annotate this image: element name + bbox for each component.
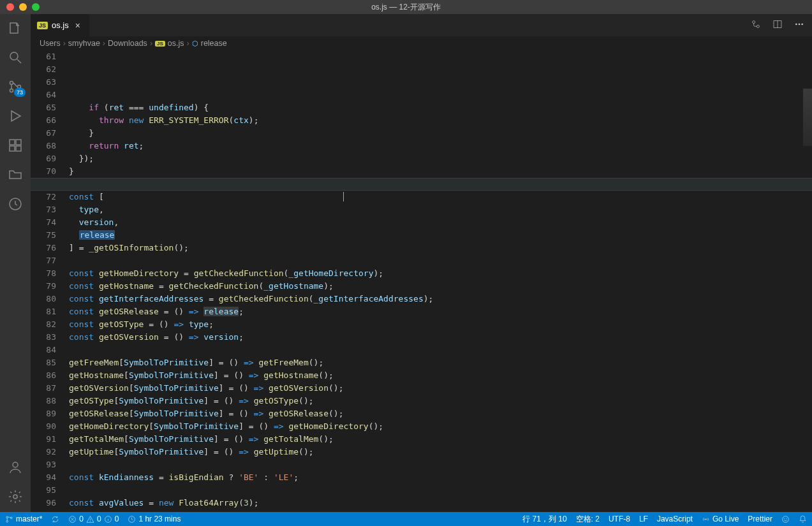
split-editor-icon[interactable]: [772, 19, 783, 31]
sync-changes-button[interactable]: [51, 515, 59, 523]
cursor-position[interactable]: 行 71，列 10: [522, 514, 566, 525]
svg-point-14: [757, 25, 759, 27]
code-line[interactable]: const getHostname = getCheckedFunction(_…: [69, 280, 812, 293]
code-line[interactable]: const getOSType = () => type;: [69, 318, 812, 331]
tab-os-js[interactable]: JS os.js ×: [31, 14, 90, 36]
chevron-right-icon: ›: [103, 39, 105, 48]
line-number: 70: [31, 165, 56, 178]
code-line[interactable]: const getOSVersion = () => version;: [69, 331, 812, 344]
code-line[interactable]: getHomeDirectory[SymbolToPrimitive] = ()…: [69, 420, 812, 433]
code-line[interactable]: throw new ERR_SYSTEM_ERROR(ctx);: [69, 114, 812, 127]
svg-point-18: [799, 24, 799, 24]
svg-rect-9: [16, 146, 21, 151]
code-line[interactable]: }: [69, 127, 812, 140]
line-number: 69: [31, 152, 56, 165]
problems-indicator[interactable]: 0 0 0: [68, 515, 119, 523]
breadcrumb-segment[interactable]: Downloads: [108, 39, 147, 48]
code-line[interactable]: const avgValues = new Float64Array(3);: [69, 497, 812, 509]
code-line[interactable]: [69, 254, 812, 267]
code-line[interactable]: const [: [69, 191, 812, 203]
code-line[interactable]: [69, 344, 812, 356]
code-line[interactable]: version,: [69, 216, 812, 229]
prettier-status[interactable]: Prettier: [748, 514, 772, 525]
run-debug-icon[interactable]: [6, 107, 24, 125]
settings-gear-icon[interactable]: [6, 488, 24, 506]
time-tracking[interactable]: 1 hr 23 mins: [128, 515, 181, 523]
feedback-icon[interactable]: [781, 514, 790, 525]
breadcrumb-segment[interactable]: os.js: [168, 39, 184, 48]
more-actions-icon[interactable]: [794, 19, 804, 31]
compare-changes-icon[interactable]: [751, 19, 761, 31]
code-line[interactable]: const getHomeDirectory = getCheckedFunct…: [69, 267, 812, 280]
breadcrumb-segment[interactable]: smyhvae: [68, 39, 100, 48]
line-number: 77: [31, 254, 56, 267]
window-title: os.js — 12-开源写作: [371, 2, 441, 13]
breadcrumb-segment[interactable]: Users: [40, 39, 61, 48]
line-number: 74: [31, 216, 56, 229]
git-branch-indicator[interactable]: master*: [5, 515, 42, 523]
scm-badge: 73: [14, 88, 26, 97]
line-number: 63: [31, 76, 56, 89]
notifications-icon[interactable]: [799, 514, 807, 525]
eol-setting[interactable]: LF: [639, 514, 648, 525]
code-content[interactable]: if (ret === undefined) { throw new ERR_S…: [69, 50, 812, 512]
svg-rect-6: [10, 140, 15, 145]
line-number: 94: [31, 471, 56, 484]
minimize-window-button[interactable]: [19, 3, 27, 11]
account-icon[interactable]: [6, 458, 24, 476]
line-number: 83: [31, 331, 56, 344]
code-line[interactable]: getHostname[SymbolToPrimitive] = () => g…: [69, 369, 812, 382]
code-editor[interactable]: 6162636465666768697071727374757677787980…: [31, 50, 812, 512]
code-line[interactable]: [69, 484, 812, 497]
minimap[interactable]: [803, 89, 812, 146]
code-line[interactable]: [69, 509, 812, 512]
extensions-icon[interactable]: [6, 136, 24, 154]
close-window-button[interactable]: [6, 3, 14, 11]
line-number: 76: [31, 242, 56, 254]
close-tab-icon[interactable]: ×: [73, 20, 83, 31]
line-number: 91: [31, 433, 56, 446]
svg-point-17: [796, 24, 797, 24]
source-control-icon[interactable]: 73: [6, 78, 24, 96]
code-line[interactable]: getFreeMem[SymbolToPrimitive] = () => ge…: [69, 356, 812, 369]
folder-icon[interactable]: [6, 166, 24, 184]
line-number: 67: [31, 127, 56, 140]
code-line[interactable]: getTotalMem[SymbolToPrimitive] = () => g…: [69, 433, 812, 446]
js-file-icon: JS: [155, 41, 165, 47]
breadcrumb[interactable]: Users › smyhvae › Downloads › JS os.js ›…: [31, 36, 812, 50]
explorer-icon[interactable]: [6, 19, 24, 37]
line-number: 84: [31, 344, 56, 356]
go-live-button[interactable]: Go Live: [702, 514, 739, 525]
line-number: 68: [31, 140, 56, 152]
titlebar: os.js — 12-开源写作: [0, 0, 812, 14]
code-line[interactable]: const getOSRelease = () => release;: [69, 305, 812, 318]
indentation-setting[interactable]: 空格: 2: [576, 514, 600, 525]
code-line[interactable]: return ret;: [69, 140, 812, 152]
code-line[interactable]: getOSType[SymbolToPrimitive] = () => get…: [69, 395, 812, 407]
code-line[interactable]: ] = _getOSInformation();: [69, 242, 812, 254]
code-line[interactable]: });: [69, 152, 812, 165]
code-line[interactable]: release: [69, 229, 812, 242]
svg-point-3: [10, 89, 13, 92]
code-line[interactable]: [69, 458, 812, 471]
line-number: 89: [31, 407, 56, 420]
code-line[interactable]: getUptime[SymbolToPrimitive] = () => get…: [69, 446, 812, 458]
tab-label: os.js: [52, 20, 69, 30]
timeline-icon[interactable]: [6, 195, 24, 213]
maximize-window-button[interactable]: [32, 3, 40, 11]
js-file-icon: JS: [37, 22, 48, 29]
code-line[interactable]: const getInterfaceAddresses = getChecked…: [69, 293, 812, 305]
code-line[interactable]: if (ret === undefined) {: [69, 101, 812, 114]
encoding-setting[interactable]: UTF-8: [609, 514, 630, 525]
svg-point-33: [783, 516, 789, 522]
code-line[interactable]: }: [69, 165, 812, 178]
code-line[interactable]: const kEndianness = isBigEndian ? 'BE' :…: [69, 471, 812, 484]
code-line[interactable]: getOSVersion[SymbolToPrimitive] = () => …: [69, 382, 812, 395]
svg-point-2: [10, 82, 13, 85]
code-line[interactable]: type,: [69, 203, 812, 216]
breadcrumb-symbol[interactable]: release: [201, 39, 227, 48]
search-icon[interactable]: [6, 48, 24, 66]
language-mode[interactable]: JavaScript: [657, 514, 693, 525]
code-line[interactable]: getOSRelease[SymbolToPrimitive] = () => …: [69, 407, 812, 420]
line-number: 80: [31, 293, 56, 305]
